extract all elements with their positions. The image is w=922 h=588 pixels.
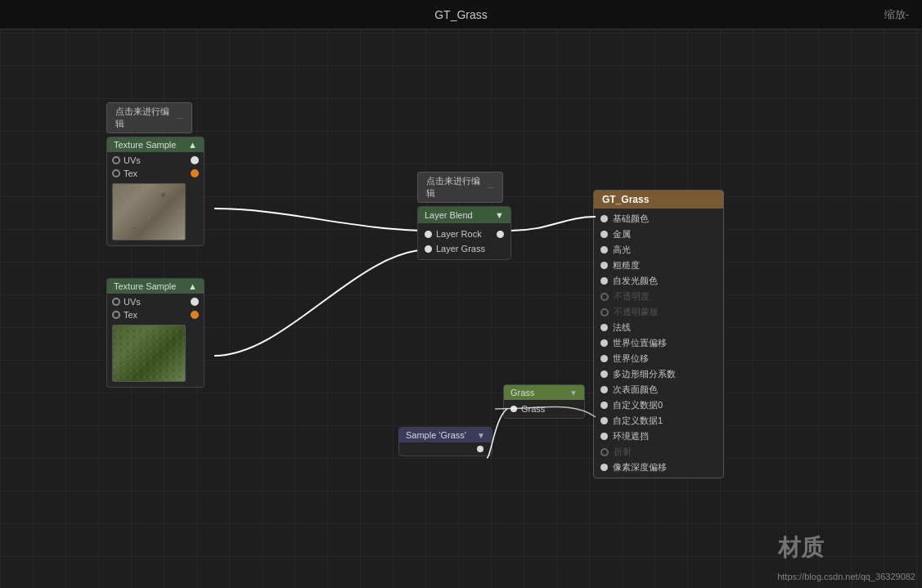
rock-thumb-pin-grey (185, 213, 186, 220)
sample-grass-header[interactable]: Sample 'Grass' ▼ (399, 428, 492, 442)
gt-grass-label-10: 多边形细分系数 (613, 368, 676, 380)
layer-blend-expand[interactable]: ▼ (495, 210, 504, 220)
grass-node-header[interactable]: Grass ▼ (504, 385, 584, 400)
sample-grass-expand[interactable]: ▼ (477, 431, 485, 440)
texture-sample-2-tex-row: Tex (107, 308, 204, 321)
grass-thumb-pin-grey (185, 355, 186, 361)
gt-grass-label-2: 高光 (613, 244, 631, 256)
layer-blend-edit-label: 点击来进行编辑 (426, 175, 483, 200)
texture-sample-2-uvs-row: UVs (107, 295, 204, 308)
texture-sample-2-thumb (112, 325, 186, 382)
texture-sample-1-node: Texture Sample ▲ UVs Tex (106, 137, 205, 246)
gt-grass-row-1: 金属 (594, 227, 723, 242)
gt-grass-node: GT_Grass 基础颜色金属高光粗糙度自发光颜色不透明度不透明蒙板法线世界位置… (593, 190, 724, 478)
layer-blend-group: 点击来进行编辑 ··· Layer Blend ▼ Layer Rock Lay… (417, 172, 503, 206)
grass-output-pin (510, 406, 517, 412)
gt-grass-label-3: 粗糙度 (613, 259, 640, 272)
grass-node-expand[interactable]: ▼ (569, 388, 578, 397)
gt-grass-row-10: 多边形细分系数 (594, 366, 723, 382)
gt-grass-label-8: 世界位置偏移 (613, 337, 667, 349)
texture-sample-2-node: Texture Sample ▲ UVs Tex (106, 278, 205, 388)
grass-node-label: Grass (510, 388, 534, 397)
gt-grass-label-1: 金属 (613, 228, 631, 240)
gt-grass-label-6: 不透明蒙板 (614, 306, 659, 318)
layer-blend-edit-btn[interactable]: 点击来进行编辑 ··· (417, 172, 503, 203)
layer-rock-pin-left (425, 231, 432, 238)
layer-grass-row: Layer Grass (418, 241, 510, 256)
gt-grass-rows: 基础颜色金属高光粗糙度自发光颜色不透明度不透明蒙板法线世界位置偏移世界位移多边形… (594, 209, 723, 478)
gt-grass-row-3: 粗糙度 (594, 258, 723, 273)
uvs-label: UVs (124, 155, 141, 165)
texture-sample-2-group: Texture Sample ▲ UVs Tex (106, 278, 205, 388)
texture-sample-1-label: Texture Sample (114, 140, 176, 150)
gt-grass-label-4: 自发光颜色 (613, 275, 658, 287)
texture-sample-1-edit-label: 点击来进行编辑 (115, 105, 172, 130)
grass-output-label: Grass (521, 404, 545, 414)
sample-grass-node: Sample 'Grass' ▼ (398, 427, 492, 456)
gt-grass-label-5: 不透明度 (614, 290, 650, 303)
layer-rock-pin-right (497, 231, 504, 238)
grass-thumb-pin-green (185, 332, 186, 339)
texture-sample-1-thumb (112, 183, 186, 240)
gt-grass-pin-11 (600, 386, 608, 393)
gt-grass-row-14: 环境遮挡 (594, 429, 723, 444)
gt-grass-row-7: 法线 (594, 320, 723, 335)
sample-grass-label: Sample 'Grass' (406, 430, 466, 440)
gt-grass-label-7: 法线 (613, 321, 631, 334)
gt-grass-pin-15 (600, 448, 609, 456)
gt-grass-row-4: 自发光颜色 (594, 273, 723, 289)
gt-grass-label-13: 自定义数据1 (613, 415, 663, 427)
gt-grass-pin-10 (600, 370, 608, 378)
texture-sample-2-header[interactable]: Texture Sample ▲ (107, 279, 204, 294)
watermark-big-text: 材质 (778, 532, 824, 563)
sample-grass-output-pin (477, 446, 483, 452)
ts2-tex-pin-right (191, 311, 199, 319)
gt-grass-row-6: 不透明蒙板 (594, 304, 723, 320)
gt-grass-row-0: 基础颜色 (594, 211, 723, 227)
gt-grass-label-15: 折射 (614, 446, 632, 458)
ts2-uvs-label: UVs (124, 297, 141, 307)
texture-sample-1-tex-row: Tex (107, 167, 204, 180)
texture-sample-2-label: Texture Sample (114, 281, 176, 291)
gt-grass-header: GT_Grass (594, 191, 723, 209)
grass-thumb-pin-blue (185, 343, 186, 350)
tex-pin-left (112, 169, 120, 177)
gt-grass-pin-0 (600, 215, 608, 222)
texture-sample-2-rows: UVs Tex (107, 294, 204, 387)
gt-grass-row-13: 自定义数据1 (594, 413, 723, 429)
rock-thumb-pin-blue (185, 202, 186, 209)
texture-sample-2-expand[interactable]: ▲ (188, 281, 197, 291)
gt-grass-row-2: 高光 (594, 242, 723, 258)
gt-grass-label-14: 环境遮挡 (613, 430, 649, 442)
tex-pin-right (191, 169, 199, 177)
gt-grass-row-12: 自定义数据0 (594, 397, 723, 413)
gt-grass-row-15: 折射 (594, 444, 723, 460)
layer-grass-pin-left (425, 245, 432, 253)
texture-sample-1-edit-btn[interactable]: 点击来进行编辑 ··· (106, 102, 192, 133)
layer-blend-node: Layer Blend ▼ Layer Rock Layer Grass (417, 206, 511, 260)
gt-grass-label-9: 世界位移 (613, 352, 649, 365)
layer-rock-label: Layer Rock (436, 229, 497, 239)
tex-label: Tex (124, 168, 137, 178)
rock-thumb-pin-green (185, 191, 186, 197)
gt-grass-pin-16 (600, 464, 608, 471)
grass-node: Grass ▼ Grass (503, 384, 585, 419)
layer-grass-label: Layer Grass (436, 244, 504, 254)
layer-blend-header[interactable]: Layer Blend ▼ (418, 207, 510, 223)
gt-grass-label-16: 像素深度偏移 (613, 461, 667, 474)
watermark-url: https://blog.csdn.net/qq_36329082 (777, 572, 915, 581)
gt-grass-pin-3 (600, 262, 608, 269)
ts2-uvs-pin-left (112, 298, 120, 306)
texture-sample-1-dots: ··· (177, 114, 183, 123)
gt-grass-pin-2 (600, 246, 608, 254)
ts2-tex-pin-left (112, 311, 120, 319)
gt-grass-pin-6 (600, 308, 609, 316)
texture-sample-1-expand[interactable]: ▲ (188, 140, 197, 150)
gt-grass-label-0: 基础颜色 (613, 213, 649, 225)
gt-grass-row-16: 像素深度偏移 (594, 460, 723, 475)
gt-grass-pin-5 (600, 293, 609, 301)
grass-output-row: Grass (504, 402, 584, 415)
layer-blend-label: Layer Blend (425, 210, 473, 220)
texture-sample-1-header[interactable]: Texture Sample ▲ (107, 137, 204, 152)
gt-grass-label-12: 自定义数据0 (613, 399, 663, 411)
